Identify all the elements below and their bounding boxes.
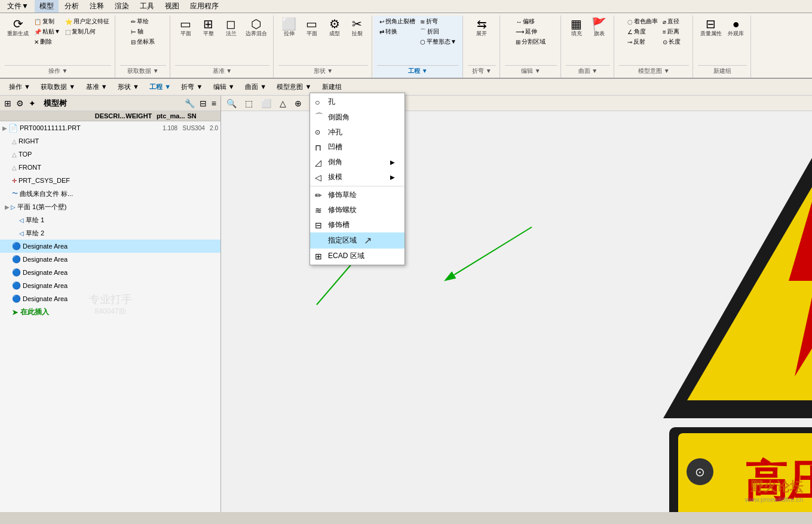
- csys-tree-icon: ✛: [12, 177, 17, 184]
- panel-btn-star[interactable]: ✦: [27, 98, 38, 109]
- t2-ops[interactable]: 操作 ▼: [5, 81, 35, 92]
- btn-boundary[interactable]: ⬡ 边界混合: [243, 17, 269, 39]
- btn-regenerate[interactable]: ⟳ 重新生成: [5, 17, 31, 39]
- menu-model[interactable]: 模型: [35, 0, 59, 13]
- btn-shade-curvature[interactable]: ◌ 着色曲率: [626, 17, 660, 26]
- tree-header: DESCRI... WEIGHT ptc_ma... SN: [0, 111, 220, 121]
- btn-split-region[interactable]: ⊞ 分割区域: [514, 37, 547, 47]
- menu-file[interactable]: 文件▼: [2, 0, 33, 13]
- tree-item-area4[interactable]: 🔵 Designate Area: [0, 279, 220, 292]
- t2-getdata[interactable]: 获取数据 ▼: [36, 81, 79, 92]
- btn-length[interactable]: ⊙ 长度: [661, 37, 682, 47]
- menu-item-round[interactable]: ⌒ 倒圆角: [310, 109, 405, 125]
- btn-extrude[interactable]: ⬜ 拉伸: [278, 17, 300, 39]
- t2-new[interactable]: 新建组: [318, 81, 346, 92]
- btn-angle[interactable]: ∠ 角度: [626, 27, 660, 36]
- menu-item-draft[interactable]: ◁ 拔模 ▶: [310, 170, 405, 185]
- btn-fold-back[interactable]: ⌒ 折回: [418, 27, 458, 36]
- menu-item-hole[interactable]: ○ 孔: [310, 94, 405, 109]
- menu-render[interactable]: 渲染: [110, 0, 134, 13]
- t2-shape[interactable]: 形状 ▼: [114, 81, 143, 92]
- t2-eng[interactable]: 工程 ▼: [145, 81, 175, 92]
- btn-flange[interactable]: ◻ 法兰: [220, 17, 242, 39]
- btn-flat-plane[interactable]: ▭ 平面: [301, 17, 323, 39]
- cosmetic-sketch-icon: ✏: [315, 191, 326, 200]
- menu-item-cosmetic-thread[interactable]: ≋ 修饰螺纹: [310, 203, 405, 217]
- tree-item-top[interactable]: △ TOP: [0, 148, 220, 161]
- btn-delete[interactable]: ✕ 删除: [32, 37, 62, 47]
- menu-item-groove[interactable]: ⊓ 凹槽: [310, 140, 405, 155]
- group-label-edit: 编辑 ▼: [505, 65, 557, 76]
- menu-item-ecad[interactable]: ⊞ ECAD 区域: [310, 249, 405, 263]
- btn-diameter[interactable]: ⌀ 直径: [661, 17, 682, 26]
- btn-flag[interactable]: 🚩 旗表: [589, 17, 610, 39]
- menu-item-chamfer[interactable]: ◿ 倒角 ▶: [310, 155, 405, 170]
- btn-mass-props[interactable]: ⊟ 质量属性: [698, 17, 724, 39]
- btn-appearance[interactable]: ● 外观库: [725, 17, 747, 39]
- tree-item-area1[interactable]: 🔵 Designate Area: [0, 240, 220, 253]
- btn-bend[interactable]: ≋ 折弯: [418, 17, 458, 26]
- btn-distance[interactable]: ≡ 距离: [661, 27, 682, 36]
- btn-fill[interactable]: ▦ 填充: [566, 17, 587, 39]
- btn-reflect[interactable]: ⊸ 反射: [626, 37, 660, 47]
- btn-axis[interactable]: ⊢ 轴: [129, 27, 157, 36]
- menu-item-cosmetic-groove[interactable]: ⊟ 修饰槽: [310, 217, 405, 232]
- t2-bend[interactable]: 折弯 ▼: [177, 81, 207, 92]
- hole-icon: ○: [315, 97, 326, 107]
- insert-icon: ➤: [12, 308, 18, 317]
- btn-paste[interactable]: 📌 粘贴▼: [32, 27, 62, 36]
- btn-plane[interactable]: ▭ 平面: [175, 17, 197, 39]
- menu-analysis[interactable]: 分析: [60, 0, 84, 13]
- t2-intent[interactable]: 模型意图 ▼: [272, 81, 315, 92]
- canvas-btn-rect[interactable]: ⬜: [258, 97, 274, 109]
- tree-item-sketch2[interactable]: ◁ 草绘 2: [0, 226, 220, 240]
- btn-copy-geo[interactable]: ⬚ 复制几何: [63, 27, 111, 36]
- panel-btn-more[interactable]: ≡: [210, 98, 218, 109]
- tree-item-plane1[interactable]: ▶ ▷ 平面 1(第一个壁): [0, 200, 220, 213]
- t2-edit[interactable]: 编辑 ▼: [209, 81, 239, 92]
- tree-item-area2[interactable]: 🔵 Designate Area: [0, 253, 220, 266]
- btn-offset[interactable]: ↔ 偏移: [514, 17, 547, 26]
- btn-flat-state[interactable]: ⬡ 平整形态▼: [418, 37, 458, 47]
- diameter-icon: ⌀: [663, 19, 666, 25]
- tree-item-insert[interactable]: ➤ 在此插入: [0, 305, 220, 319]
- menu-item-punch[interactable]: ⊙ 冲孔: [310, 125, 405, 140]
- tree-item-curve[interactable]: 〜 曲线来自文件 标...: [0, 187, 220, 200]
- btn-form[interactable]: ⚙ 成型: [324, 17, 345, 39]
- btn-udf[interactable]: ⭐ 用户定义特征: [63, 17, 111, 26]
- canvas-btn-search[interactable]: 🔍: [223, 97, 240, 109]
- btn-unfold[interactable]: ⇆ 展开: [471, 17, 492, 39]
- menu-view[interactable]: 视图: [160, 0, 184, 13]
- btn-sketch-data[interactable]: ✏ 草绘: [129, 17, 157, 26]
- canvas-btn-triangle[interactable]: △: [277, 97, 289, 109]
- tree-item-root[interactable]: ▶ 📄 PRT000111111.PRT 1.108 SUS304 2.0: [0, 121, 220, 134]
- canvas-btn-box[interactable]: ⬚: [242, 97, 256, 109]
- menu-annotation[interactable]: 注释: [85, 0, 109, 13]
- t2-datum[interactable]: 基准 ▼: [82, 81, 112, 92]
- btn-extend[interactable]: ⟶ 延伸: [514, 27, 547, 36]
- menu-item-cosmetic-sketch[interactable]: ✏ 修饰草绘: [310, 188, 405, 203]
- btn-copy[interactable]: 📋 复制: [32, 17, 62, 26]
- btn-csys[interactable]: ⊟ 坐标系: [129, 37, 157, 47]
- extend-icon: ⟶: [516, 29, 524, 35]
- panel-btn-hammer[interactable]: 🔧: [183, 98, 197, 109]
- menu-app[interactable]: 应用程序: [185, 0, 223, 13]
- menu-item-designate-area[interactable]: 指定区域 ↗: [310, 232, 405, 249]
- panel-btn-grid[interactable]: ⊞: [2, 98, 13, 109]
- tree-item-sketch1[interactable]: ◁ 草绘 1: [0, 213, 220, 226]
- tree-item-csys[interactable]: ✛ PRT_CSYS_DEF: [0, 174, 220, 187]
- menu-tools[interactable]: 工具: [135, 0, 159, 13]
- panel-btn-expand[interactable]: ⊟: [198, 98, 209, 109]
- t2-surface[interactable]: 曲面 ▼: [241, 81, 271, 92]
- tree-item-area3[interactable]: 🔵 Designate Area: [0, 266, 220, 279]
- tree-item-right[interactable]: △ RIGHT: [0, 134, 220, 148]
- canvas-btn-plus[interactable]: ⊕: [292, 97, 305, 109]
- btn-convert[interactable]: ⇄ 转换: [378, 27, 417, 36]
- svg-line-14: [317, 263, 353, 305]
- panel-btn-settings[interactable]: ⚙: [14, 98, 26, 109]
- tree-item-front[interactable]: △ FRONT: [0, 161, 220, 174]
- tree-item-area5[interactable]: 🔵 Designate Area: [0, 292, 220, 305]
- btn-tear[interactable]: ✂ 扯裂: [347, 17, 368, 39]
- btn-flatten[interactable]: ⊞ 平整: [198, 17, 219, 39]
- btn-corner-relief[interactable]: ↩ 拐角止裂槽: [378, 17, 417, 26]
